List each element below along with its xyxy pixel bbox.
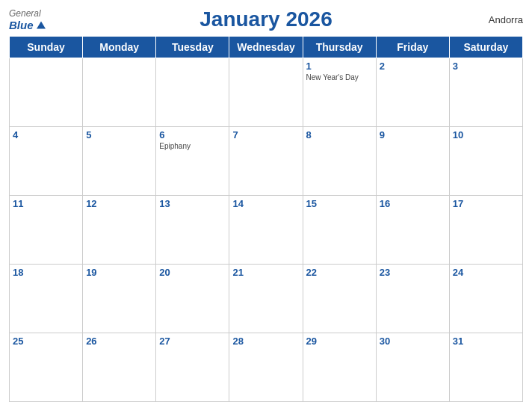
calendar-cell: 19 [83,265,156,333]
calendar-cell: 25 [10,333,83,402]
logo-triangle-icon [37,21,46,28]
calendar-cell: 22 [303,265,376,333]
day-number: 8 [306,129,373,140]
calendar-cell: 8 [303,127,376,196]
calendar-cell: 5 [83,127,156,196]
calendar-title: January 2026 [200,7,332,31]
week-row-2: 456Epiphany78910 [10,127,523,196]
calendar-cell: 23 [376,265,449,333]
calendar-cell [229,58,303,127]
event-label: New Year's Day [306,73,373,81]
day-number: 23 [380,267,446,278]
calendar-cell: 2 [376,58,449,127]
day-number: 12 [86,198,152,209]
week-row-1: 1New Year's Day23 [10,58,523,127]
day-number: 19 [86,267,152,278]
day-number: 30 [380,336,446,347]
event-label: Epiphany [159,142,226,150]
week-row-5: 25262728293031 [10,333,523,402]
day-number: 3 [453,61,519,72]
day-number: 13 [159,198,226,209]
calendar-cell: 17 [449,196,522,265]
day-number: 28 [232,336,299,347]
calendar-cell: 10 [449,127,522,196]
day-number: 4 [13,129,79,140]
weekday-header-tuesday: Tuesday [156,37,229,58]
day-number: 22 [306,267,373,278]
weekday-header-monday: Monday [83,37,156,58]
day-number: 26 [86,336,152,347]
calendar-header: General Blue January 2026 Andorra [9,7,523,31]
calendar-cell: 1New Year's Day [303,58,376,127]
calendar-cell: 14 [229,196,303,265]
day-number: 31 [453,336,519,347]
calendar-cell: 15 [303,196,376,265]
week-row-4: 18192021222324 [10,265,523,333]
day-number: 27 [159,336,226,347]
day-number: 2 [380,61,446,72]
calendar-cell: 26 [83,333,156,402]
weekday-header-saturday: Saturday [449,37,522,58]
logo: General Blue [9,8,46,31]
day-number: 21 [232,267,299,278]
day-number: 29 [306,336,373,347]
weekday-header-thursday: Thursday [303,37,376,58]
calendar-cell: 28 [229,333,303,402]
calendar-cell: 29 [303,333,376,402]
calendar-cell: 4 [10,127,83,196]
calendar-cell [83,58,156,127]
day-number: 6 [159,129,226,140]
day-number: 9 [380,129,446,140]
calendar-cell: 18 [10,265,83,333]
day-number: 18 [13,267,79,278]
calendar-cell: 30 [376,333,449,402]
logo-blue-text: Blue [9,19,46,31]
day-number: 25 [13,336,79,347]
calendar-cell: 13 [156,196,229,265]
calendar-cell: 21 [229,265,303,333]
calendar-cell: 9 [376,127,449,196]
day-number: 10 [453,129,519,140]
day-number: 14 [232,198,299,209]
calendar-cell [10,58,83,127]
weekday-header-friday: Friday [376,37,449,58]
weekday-header-row: SundayMondayTuesdayWednesdayThursdayFrid… [10,37,523,58]
weekday-header-wednesday: Wednesday [229,37,303,58]
calendar-cell: 27 [156,333,229,402]
day-number: 17 [453,198,519,209]
day-number: 16 [380,198,446,209]
calendar-cell: 24 [449,265,522,333]
calendar-cell [156,58,229,127]
calendar-cell: 3 [449,58,522,127]
calendar-container: General Blue January 2026 Andorra Sunday… [0,0,532,411]
day-number: 11 [13,198,79,209]
calendar-table: SundayMondayTuesdayWednesdayThursdayFrid… [9,36,523,402]
logo-general-text: General [9,8,41,19]
day-number: 24 [453,267,519,278]
country-label: Andorra [489,14,523,25]
day-number: 5 [86,129,152,140]
calendar-cell: 6Epiphany [156,127,229,196]
day-number: 1 [306,61,373,72]
day-number: 20 [159,267,226,278]
weekday-header-sunday: Sunday [10,37,83,58]
calendar-cell: 11 [10,196,83,265]
calendar-cell: 16 [376,196,449,265]
calendar-cell: 20 [156,265,229,333]
calendar-cell: 31 [449,333,522,402]
week-row-3: 11121314151617 [10,196,523,265]
day-number: 7 [232,129,299,140]
calendar-cell: 7 [229,127,303,196]
calendar-cell: 12 [83,196,156,265]
day-number: 15 [306,198,373,209]
